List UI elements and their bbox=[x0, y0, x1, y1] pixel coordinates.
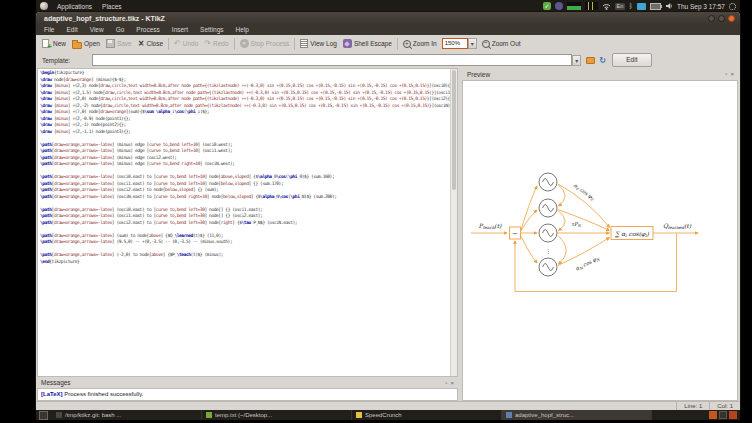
applications-menu[interactable]: Applications bbox=[52, 3, 97, 10]
latex-prefix: [LaTeX] bbox=[41, 391, 63, 397]
distributor-logo-icon[interactable] bbox=[40, 2, 48, 10]
menu-settings[interactable]: Settings bbox=[194, 26, 230, 33]
undo-button[interactable]: ↶ Undo bbox=[171, 38, 201, 49]
titlebar[interactable]: adaptive_hopf_structure.tikz - KTikZ bbox=[36, 12, 740, 24]
code-line: \end{tikzpicture} bbox=[40, 259, 457, 266]
template-dropdown-button[interactable]: ▾ bbox=[572, 55, 581, 66]
open-button[interactable]: Open bbox=[69, 38, 103, 50]
system-tray: ✓ En ᛒ Thu Sep 3 17:57 bbox=[543, 2, 740, 10]
messaging-icon[interactable] bbox=[637, 3, 646, 10]
workspace-1[interactable] bbox=[709, 411, 717, 419]
session-gear-icon[interactable] bbox=[729, 3, 736, 10]
zoom-level-value[interactable]: 150% bbox=[442, 38, 468, 49]
taskbar-item-label: temp.txt (~/Desktop... bbox=[215, 412, 272, 418]
workspace-2[interactable] bbox=[719, 411, 727, 419]
shell-escape-icon bbox=[343, 39, 352, 48]
zoom-in-label: Zoom In bbox=[413, 40, 437, 47]
editor-scrollbar[interactable] bbox=[450, 69, 457, 376]
menu-go[interactable]: Go bbox=[110, 26, 131, 33]
edge-bottom-label: αN cos φN bbox=[574, 254, 601, 272]
bluetooth-icon[interactable]: ᛒ bbox=[629, 2, 633, 10]
menu-file[interactable]: File bbox=[36, 26, 60, 33]
code-editor[interactable]: \begin{tikzpicture}\draw node[draw=orang… bbox=[37, 68, 458, 377]
ktikz-icon bbox=[506, 412, 512, 418]
zoom-in-magnifier-icon: + bbox=[403, 40, 411, 48]
preview-close-icon[interactable]: × bbox=[730, 71, 734, 77]
zoom-in-button[interactable]: + Zoom In bbox=[400, 39, 440, 49]
places-menu[interactable]: Places bbox=[97, 3, 127, 10]
keyboard-layout-indicator[interactable]: En bbox=[615, 3, 625, 10]
view-log-button[interactable]: View Log bbox=[297, 38, 340, 49]
menu-process[interactable]: Process bbox=[130, 26, 165, 33]
redo-label: Redo bbox=[213, 40, 229, 47]
cursor-line-indicator: Line: 1 bbox=[676, 402, 709, 410]
output-signal-label: Qlearned(t) bbox=[663, 222, 692, 230]
shell-escape-button[interactable]: Shell Escape bbox=[340, 38, 395, 49]
taskbar-item-label: SpeedCrunch bbox=[365, 412, 402, 418]
open-folder-icon bbox=[72, 42, 82, 49]
messages-content: [LaTeX] Process finished successfully. bbox=[37, 388, 458, 401]
osc1-to-sum-arrow bbox=[558, 210, 610, 231]
diagram-edges bbox=[471, 184, 698, 292]
taskbar-item-speedcrunch[interactable]: SpeedCrunch bbox=[352, 410, 502, 420]
template-row: Template: ▾ ↻ Edit bbox=[36, 52, 740, 68]
system-monitor-cpu-icon[interactable] bbox=[567, 2, 581, 10]
minimize-button[interactable] bbox=[708, 15, 715, 22]
menu-edit[interactable]: Edit bbox=[60, 26, 83, 33]
minus-to-osc0-arrow bbox=[521, 186, 537, 230]
system-monitor-net-icon[interactable] bbox=[585, 2, 598, 10]
clock[interactable]: Thu Sep 3 17:57 bbox=[677, 3, 725, 10]
maximize-button[interactable] bbox=[718, 15, 725, 22]
menu-view[interactable]: View bbox=[84, 26, 110, 33]
wifi-icon[interactable] bbox=[602, 2, 611, 10]
edge-top-label: α0 cos φ0 bbox=[572, 182, 596, 202]
template-browse-folder-icon[interactable] bbox=[586, 57, 595, 64]
taskbar-item-terminal[interactable]: /tmp/ktikz.git: bash ... bbox=[52, 410, 202, 420]
volume-icon[interactable] bbox=[665, 2, 673, 10]
desktop-top-panel: Applications Places ✓ En ᛒ Thu Sep 3 17:… bbox=[36, 0, 740, 12]
editor-scrollbar-thumb[interactable] bbox=[452, 70, 456, 190]
minus-to-osc1-arrow bbox=[521, 210, 537, 231]
cursor-col-indicator: Col: 1 bbox=[709, 402, 740, 410]
template-edit-button[interactable]: Edit bbox=[612, 53, 652, 67]
close-x-icon: × bbox=[138, 39, 145, 48]
template-input[interactable] bbox=[92, 54, 572, 66]
zoom-out-button[interactable]: − Zoom Out bbox=[479, 39, 524, 49]
shell-escape-label: Shell Escape bbox=[354, 40, 392, 47]
preview-float-icon[interactable]: ▫ bbox=[725, 71, 727, 77]
stop-label: Stop Process bbox=[251, 40, 290, 47]
save-floppy-icon bbox=[106, 39, 115, 48]
preview-canvas[interactable]: − Pteach(t) ∑ αi cos(φi) Qlearned(t) α0 … bbox=[462, 80, 738, 401]
app-indicator-icon[interactable] bbox=[555, 2, 563, 10]
redo-button[interactable]: ↷ Redo bbox=[201, 38, 231, 49]
undo-label: Undo bbox=[183, 40, 199, 47]
trash-icon[interactable] bbox=[729, 411, 737, 419]
speedcrunch-icon bbox=[356, 412, 362, 418]
messages-float-icon[interactable]: ▫ bbox=[445, 380, 447, 386]
zoom-level-combo: 150% ▾ bbox=[442, 38, 477, 49]
updater-icon[interactable]: ✓ bbox=[543, 2, 551, 10]
taskbar-item-label: /tmp/ktikz.git: bash ... bbox=[65, 412, 121, 418]
new-label: New bbox=[53, 40, 66, 47]
edge-mid-label: τPN bbox=[571, 221, 581, 228]
code-lines: \begin{tikzpicture}\draw node[draw=orang… bbox=[38, 69, 457, 265]
statusbar: Line: 1 Col: 1 bbox=[36, 401, 740, 410]
show-desktop-icon[interactable] bbox=[39, 411, 48, 420]
stop-process-button[interactable]: × Stop Process bbox=[237, 38, 293, 49]
messages-close-icon[interactable]: × bbox=[450, 380, 454, 386]
save-button[interactable]: Save bbox=[103, 38, 135, 49]
taskbar: /tmp/ktikz.git: bash ... temp.txt (~/Des… bbox=[36, 410, 740, 420]
zoom-out-magnifier-icon: − bbox=[482, 40, 490, 48]
new-button[interactable]: New bbox=[39, 38, 69, 49]
menu-insert[interactable]: Insert bbox=[166, 26, 194, 33]
preview-title: Preview bbox=[462, 71, 490, 78]
taskbar-item-ktikz[interactable]: adaptive_hopf_struc... bbox=[502, 410, 652, 420]
battery-icon[interactable] bbox=[650, 3, 661, 10]
close-window-button[interactable] bbox=[728, 15, 735, 22]
osc1-to-osc2-arc bbox=[558, 211, 565, 231]
template-reload-icon[interactable]: ↻ bbox=[599, 56, 606, 65]
menu-help[interactable]: Help bbox=[230, 26, 255, 33]
close-file-button[interactable]: × Close bbox=[135, 38, 166, 49]
taskbar-item-texteditor[interactable]: temp.txt (~/Desktop... bbox=[202, 410, 352, 420]
zoom-dropdown-button[interactable]: ▾ bbox=[468, 38, 477, 49]
